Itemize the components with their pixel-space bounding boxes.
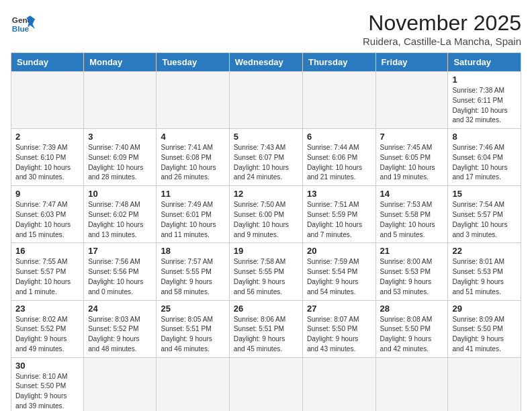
calendar-day-cell: 4Sunrise: 7:41 AM Sunset: 6:08 PM Daylig… bbox=[157, 129, 229, 186]
day-info: Sunrise: 7:51 AM Sunset: 5:59 PM Dayligh… bbox=[307, 200, 371, 240]
calendar-day-cell: 24Sunrise: 8:03 AM Sunset: 5:52 PM Dayli… bbox=[84, 300, 157, 357]
calendar-week-row: 30Sunrise: 8:10 AM Sunset: 5:50 PM Dayli… bbox=[11, 357, 521, 411]
day-number: 15 bbox=[452, 189, 517, 199]
calendar-day-cell: 3Sunrise: 7:40 AM Sunset: 6:09 PM Daylig… bbox=[84, 129, 157, 186]
calendar-day-cell: 15Sunrise: 7:54 AM Sunset: 5:57 PM Dayli… bbox=[448, 186, 521, 243]
calendar-day-cell bbox=[375, 357, 448, 411]
day-info: Sunrise: 8:03 AM Sunset: 5:52 PM Dayligh… bbox=[88, 315, 152, 355]
logo: General Blue bbox=[11, 11, 35, 35]
calendar-day-cell bbox=[302, 357, 375, 411]
day-number: 25 bbox=[161, 304, 224, 314]
svg-text:Blue: Blue bbox=[12, 24, 30, 33]
calendar-day-cell: 18Sunrise: 7:57 AM Sunset: 5:55 PM Dayli… bbox=[157, 243, 229, 300]
day-number: 29 bbox=[452, 304, 517, 314]
calendar-day-cell: 9Sunrise: 7:47 AM Sunset: 6:03 PM Daylig… bbox=[11, 186, 84, 243]
calendar-day-cell bbox=[11, 72, 84, 129]
location-title: Ruidera, Castille-La Mancha, Spain bbox=[363, 36, 521, 47]
generalblue-logo-icon: General Blue bbox=[11, 11, 35, 35]
day-info: Sunrise: 8:06 AM Sunset: 5:51 PM Dayligh… bbox=[234, 315, 298, 355]
calendar-day-cell: 25Sunrise: 8:05 AM Sunset: 5:51 PM Dayli… bbox=[157, 300, 229, 357]
day-number: 21 bbox=[380, 246, 444, 256]
day-number: 6 bbox=[307, 132, 371, 142]
weekday-header-sunday: Sunday bbox=[11, 53, 84, 72]
calendar-week-row: 9Sunrise: 7:47 AM Sunset: 6:03 PM Daylig… bbox=[11, 186, 521, 243]
day-number: 23 bbox=[15, 304, 79, 314]
calendar-day-cell bbox=[302, 72, 375, 129]
day-number: 12 bbox=[234, 189, 298, 199]
calendar-day-cell: 22Sunrise: 8:01 AM Sunset: 5:53 PM Dayli… bbox=[448, 243, 521, 300]
calendar-day-cell: 23Sunrise: 8:02 AM Sunset: 5:52 PM Dayli… bbox=[11, 300, 84, 357]
weekday-header-friday: Friday bbox=[375, 53, 448, 72]
day-number: 7 bbox=[380, 132, 444, 142]
day-number: 27 bbox=[307, 304, 371, 314]
calendar-day-cell: 27Sunrise: 8:07 AM Sunset: 5:50 PM Dayli… bbox=[302, 300, 375, 357]
day-info: Sunrise: 7:49 AM Sunset: 6:01 PM Dayligh… bbox=[161, 200, 224, 240]
calendar-day-cell: 11Sunrise: 7:49 AM Sunset: 6:01 PM Dayli… bbox=[157, 186, 229, 243]
day-number: 30 bbox=[15, 361, 79, 371]
calendar-day-cell: 16Sunrise: 7:55 AM Sunset: 5:57 PM Dayli… bbox=[11, 243, 84, 300]
day-info: Sunrise: 8:10 AM Sunset: 5:50 PM Dayligh… bbox=[15, 372, 79, 411]
day-info: Sunrise: 7:41 AM Sunset: 6:08 PM Dayligh… bbox=[161, 143, 224, 183]
day-info: Sunrise: 8:01 AM Sunset: 5:53 PM Dayligh… bbox=[452, 257, 517, 297]
calendar-day-cell: 13Sunrise: 7:51 AM Sunset: 5:59 PM Dayli… bbox=[302, 186, 375, 243]
day-info: Sunrise: 8:05 AM Sunset: 5:51 PM Dayligh… bbox=[161, 315, 224, 355]
day-number: 17 bbox=[88, 246, 152, 256]
day-info: Sunrise: 7:44 AM Sunset: 6:06 PM Dayligh… bbox=[307, 143, 371, 183]
day-info: Sunrise: 7:58 AM Sunset: 5:55 PM Dayligh… bbox=[234, 257, 298, 297]
day-number: 3 bbox=[88, 132, 152, 142]
calendar-day-cell: 26Sunrise: 8:06 AM Sunset: 5:51 PM Dayli… bbox=[229, 300, 302, 357]
calendar-day-cell bbox=[84, 357, 157, 411]
header: General Blue November 2025 Ruidera, Cast… bbox=[11, 11, 521, 47]
calendar-day-cell: 1Sunrise: 7:38 AM Sunset: 6:11 PM Daylig… bbox=[448, 72, 521, 129]
day-info: Sunrise: 7:38 AM Sunset: 6:11 PM Dayligh… bbox=[452, 86, 517, 126]
day-number: 24 bbox=[88, 304, 152, 314]
day-info: Sunrise: 7:53 AM Sunset: 5:58 PM Dayligh… bbox=[380, 200, 444, 240]
day-number: 4 bbox=[161, 132, 224, 142]
calendar-day-cell bbox=[157, 72, 229, 129]
calendar-day-cell bbox=[84, 72, 157, 129]
day-number: 8 bbox=[452, 132, 517, 142]
calendar-day-cell: 12Sunrise: 7:50 AM Sunset: 6:00 PM Dayli… bbox=[229, 186, 302, 243]
day-number: 9 bbox=[15, 189, 79, 199]
day-number: 14 bbox=[380, 189, 444, 199]
calendar-day-cell: 6Sunrise: 7:44 AM Sunset: 6:06 PM Daylig… bbox=[302, 129, 375, 186]
calendar-header-row: SundayMondayTuesdayWednesdayThursdayFrid… bbox=[11, 53, 521, 72]
day-number: 28 bbox=[380, 304, 444, 314]
day-info: Sunrise: 7:46 AM Sunset: 6:04 PM Dayligh… bbox=[452, 143, 517, 183]
calendar-day-cell: 30Sunrise: 8:10 AM Sunset: 5:50 PM Dayli… bbox=[11, 357, 84, 411]
calendar-table: SundayMondayTuesdayWednesdayThursdayFrid… bbox=[11, 52, 521, 411]
day-info: Sunrise: 7:48 AM Sunset: 6:02 PM Dayligh… bbox=[88, 200, 152, 240]
calendar-day-cell: 19Sunrise: 7:58 AM Sunset: 5:55 PM Dayli… bbox=[229, 243, 302, 300]
day-info: Sunrise: 7:59 AM Sunset: 5:54 PM Dayligh… bbox=[307, 257, 371, 297]
weekday-header-thursday: Thursday bbox=[302, 53, 375, 72]
calendar-day-cell: 10Sunrise: 7:48 AM Sunset: 6:02 PM Dayli… bbox=[84, 186, 157, 243]
weekday-header-saturday: Saturday bbox=[448, 53, 521, 72]
day-info: Sunrise: 7:40 AM Sunset: 6:09 PM Dayligh… bbox=[88, 143, 152, 183]
day-number: 18 bbox=[161, 246, 224, 256]
month-title: November 2025 bbox=[363, 11, 521, 36]
day-info: Sunrise: 7:39 AM Sunset: 6:10 PM Dayligh… bbox=[15, 143, 79, 183]
day-info: Sunrise: 7:54 AM Sunset: 5:57 PM Dayligh… bbox=[452, 200, 517, 240]
calendar-day-cell: 8Sunrise: 7:46 AM Sunset: 6:04 PM Daylig… bbox=[448, 129, 521, 186]
calendar-day-cell: 5Sunrise: 7:43 AM Sunset: 6:07 PM Daylig… bbox=[229, 129, 302, 186]
day-number: 1 bbox=[452, 75, 517, 85]
calendar-day-cell: 20Sunrise: 7:59 AM Sunset: 5:54 PM Dayli… bbox=[302, 243, 375, 300]
calendar-day-cell bbox=[157, 357, 229, 411]
day-number: 20 bbox=[307, 246, 371, 256]
weekday-header-monday: Monday bbox=[84, 53, 157, 72]
calendar-day-cell: 14Sunrise: 7:53 AM Sunset: 5:58 PM Dayli… bbox=[375, 186, 448, 243]
calendar-week-row: 23Sunrise: 8:02 AM Sunset: 5:52 PM Dayli… bbox=[11, 300, 521, 357]
calendar-day-cell: 29Sunrise: 8:09 AM Sunset: 5:50 PM Dayli… bbox=[448, 300, 521, 357]
day-number: 13 bbox=[307, 189, 371, 199]
day-info: Sunrise: 7:43 AM Sunset: 6:07 PM Dayligh… bbox=[234, 143, 298, 183]
calendar-day-cell: 17Sunrise: 7:56 AM Sunset: 5:56 PM Dayli… bbox=[84, 243, 157, 300]
calendar-day-cell bbox=[229, 72, 302, 129]
weekday-header-wednesday: Wednesday bbox=[229, 53, 302, 72]
calendar-week-row: 1Sunrise: 7:38 AM Sunset: 6:11 PM Daylig… bbox=[11, 72, 521, 129]
calendar-week-row: 2Sunrise: 7:39 AM Sunset: 6:10 PM Daylig… bbox=[11, 129, 521, 186]
day-number: 5 bbox=[234, 132, 298, 142]
day-number: 11 bbox=[161, 189, 224, 199]
calendar-day-cell bbox=[375, 72, 448, 129]
day-info: Sunrise: 8:07 AM Sunset: 5:50 PM Dayligh… bbox=[307, 315, 371, 355]
day-info: Sunrise: 7:55 AM Sunset: 5:57 PM Dayligh… bbox=[15, 257, 79, 297]
